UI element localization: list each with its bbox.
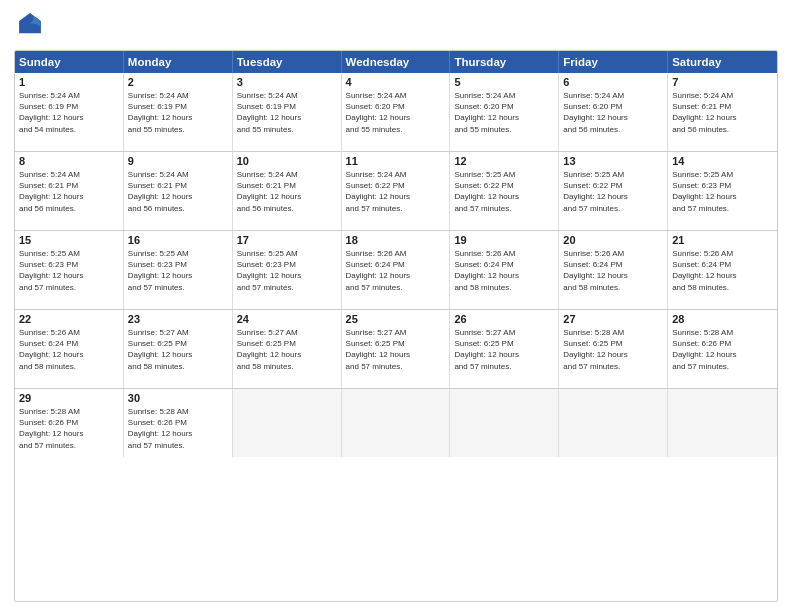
day-info: Sunrise: 5:25 AM Sunset: 6:22 PM Dayligh… — [563, 169, 663, 214]
cal-cell: 9Sunrise: 5:24 AM Sunset: 6:21 PM Daylig… — [124, 152, 233, 230]
day-number: 13 — [563, 155, 663, 167]
day-info: Sunrise: 5:24 AM Sunset: 6:20 PM Dayligh… — [346, 90, 446, 135]
cal-cell: 29Sunrise: 5:28 AM Sunset: 6:26 PM Dayli… — [15, 389, 124, 457]
cal-cell: 10Sunrise: 5:24 AM Sunset: 6:21 PM Dayli… — [233, 152, 342, 230]
cal-cell: 4Sunrise: 5:24 AM Sunset: 6:20 PM Daylig… — [342, 73, 451, 151]
calendar-row-1: 1Sunrise: 5:24 AM Sunset: 6:19 PM Daylig… — [15, 73, 777, 152]
day-number: 15 — [19, 234, 119, 246]
cal-cell: 19Sunrise: 5:26 AM Sunset: 6:24 PM Dayli… — [450, 231, 559, 309]
day-info: Sunrise: 5:27 AM Sunset: 6:25 PM Dayligh… — [454, 327, 554, 372]
day-info: Sunrise: 5:26 AM Sunset: 6:24 PM Dayligh… — [19, 327, 119, 372]
day-info: Sunrise: 5:27 AM Sunset: 6:25 PM Dayligh… — [346, 327, 446, 372]
cal-cell: 17Sunrise: 5:25 AM Sunset: 6:23 PM Dayli… — [233, 231, 342, 309]
day-number: 25 — [346, 313, 446, 325]
cal-cell: 14Sunrise: 5:25 AM Sunset: 6:23 PM Dayli… — [668, 152, 777, 230]
day-info: Sunrise: 5:28 AM Sunset: 6:26 PM Dayligh… — [128, 406, 228, 451]
day-number: 7 — [672, 76, 773, 88]
day-info: Sunrise: 5:24 AM Sunset: 6:20 PM Dayligh… — [563, 90, 663, 135]
day-number: 28 — [672, 313, 773, 325]
calendar-row-2: 8Sunrise: 5:24 AM Sunset: 6:21 PM Daylig… — [15, 152, 777, 231]
cal-cell: 22Sunrise: 5:26 AM Sunset: 6:24 PM Dayli… — [15, 310, 124, 388]
day-info: Sunrise: 5:27 AM Sunset: 6:25 PM Dayligh… — [237, 327, 337, 372]
day-info: Sunrise: 5:26 AM Sunset: 6:24 PM Dayligh… — [346, 248, 446, 293]
calendar-row-5: 29Sunrise: 5:28 AM Sunset: 6:26 PM Dayli… — [15, 389, 777, 457]
day-info: Sunrise: 5:25 AM Sunset: 6:23 PM Dayligh… — [128, 248, 228, 293]
cal-cell — [342, 389, 451, 457]
cal-cell — [450, 389, 559, 457]
header-day-wednesday: Wednesday — [342, 51, 451, 73]
day-info: Sunrise: 5:24 AM Sunset: 6:19 PM Dayligh… — [128, 90, 228, 135]
day-number: 30 — [128, 392, 228, 404]
header-day-thursday: Thursday — [450, 51, 559, 73]
day-number: 9 — [128, 155, 228, 167]
day-number: 10 — [237, 155, 337, 167]
cal-cell — [559, 389, 668, 457]
day-number: 23 — [128, 313, 228, 325]
cal-cell: 13Sunrise: 5:25 AM Sunset: 6:22 PM Dayli… — [559, 152, 668, 230]
day-number: 5 — [454, 76, 554, 88]
header-day-sunday: Sunday — [15, 51, 124, 73]
page: SundayMondayTuesdayWednesdayThursdayFrid… — [0, 0, 792, 612]
cal-cell — [668, 389, 777, 457]
day-info: Sunrise: 5:28 AM Sunset: 6:26 PM Dayligh… — [672, 327, 773, 372]
cal-cell: 15Sunrise: 5:25 AM Sunset: 6:23 PM Dayli… — [15, 231, 124, 309]
header-day-tuesday: Tuesday — [233, 51, 342, 73]
calendar: SundayMondayTuesdayWednesdayThursdayFrid… — [14, 50, 778, 602]
day-info: Sunrise: 5:26 AM Sunset: 6:24 PM Dayligh… — [454, 248, 554, 293]
header-day-monday: Monday — [124, 51, 233, 73]
day-number: 19 — [454, 234, 554, 246]
cal-cell: 27Sunrise: 5:28 AM Sunset: 6:25 PM Dayli… — [559, 310, 668, 388]
day-number: 6 — [563, 76, 663, 88]
calendar-header: SundayMondayTuesdayWednesdayThursdayFrid… — [15, 51, 777, 73]
cal-cell: 3Sunrise: 5:24 AM Sunset: 6:19 PM Daylig… — [233, 73, 342, 151]
cal-cell: 21Sunrise: 5:26 AM Sunset: 6:24 PM Dayli… — [668, 231, 777, 309]
day-number: 24 — [237, 313, 337, 325]
logo — [14, 10, 44, 42]
day-number: 3 — [237, 76, 337, 88]
day-info: Sunrise: 5:24 AM Sunset: 6:21 PM Dayligh… — [672, 90, 773, 135]
cal-cell: 24Sunrise: 5:27 AM Sunset: 6:25 PM Dayli… — [233, 310, 342, 388]
day-info: Sunrise: 5:24 AM Sunset: 6:22 PM Dayligh… — [346, 169, 446, 214]
cal-cell: 6Sunrise: 5:24 AM Sunset: 6:20 PM Daylig… — [559, 73, 668, 151]
day-info: Sunrise: 5:28 AM Sunset: 6:26 PM Dayligh… — [19, 406, 119, 451]
cal-cell: 30Sunrise: 5:28 AM Sunset: 6:26 PM Dayli… — [124, 389, 233, 457]
day-info: Sunrise: 5:28 AM Sunset: 6:25 PM Dayligh… — [563, 327, 663, 372]
cal-cell: 20Sunrise: 5:26 AM Sunset: 6:24 PM Dayli… — [559, 231, 668, 309]
day-number: 12 — [454, 155, 554, 167]
day-info: Sunrise: 5:24 AM Sunset: 6:20 PM Dayligh… — [454, 90, 554, 135]
day-number: 16 — [128, 234, 228, 246]
header — [14, 10, 778, 42]
cal-cell: 25Sunrise: 5:27 AM Sunset: 6:25 PM Dayli… — [342, 310, 451, 388]
day-number: 2 — [128, 76, 228, 88]
day-number: 17 — [237, 234, 337, 246]
header-day-saturday: Saturday — [668, 51, 777, 73]
day-info: Sunrise: 5:25 AM Sunset: 6:23 PM Dayligh… — [237, 248, 337, 293]
cal-cell: 11Sunrise: 5:24 AM Sunset: 6:22 PM Dayli… — [342, 152, 451, 230]
cal-cell: 12Sunrise: 5:25 AM Sunset: 6:22 PM Dayli… — [450, 152, 559, 230]
cal-cell: 23Sunrise: 5:27 AM Sunset: 6:25 PM Dayli… — [124, 310, 233, 388]
day-number: 4 — [346, 76, 446, 88]
cal-cell: 16Sunrise: 5:25 AM Sunset: 6:23 PM Dayli… — [124, 231, 233, 309]
cal-cell: 26Sunrise: 5:27 AM Sunset: 6:25 PM Dayli… — [450, 310, 559, 388]
day-number: 1 — [19, 76, 119, 88]
day-info: Sunrise: 5:24 AM Sunset: 6:19 PM Dayligh… — [19, 90, 119, 135]
cal-cell: 28Sunrise: 5:28 AM Sunset: 6:26 PM Dayli… — [668, 310, 777, 388]
day-number: 27 — [563, 313, 663, 325]
day-number: 26 — [454, 313, 554, 325]
cal-cell: 8Sunrise: 5:24 AM Sunset: 6:21 PM Daylig… — [15, 152, 124, 230]
day-number: 11 — [346, 155, 446, 167]
calendar-row-3: 15Sunrise: 5:25 AM Sunset: 6:23 PM Dayli… — [15, 231, 777, 310]
cal-cell: 18Sunrise: 5:26 AM Sunset: 6:24 PM Dayli… — [342, 231, 451, 309]
calendar-body: 1Sunrise: 5:24 AM Sunset: 6:19 PM Daylig… — [15, 73, 777, 457]
calendar-row-4: 22Sunrise: 5:26 AM Sunset: 6:24 PM Dayli… — [15, 310, 777, 389]
day-info: Sunrise: 5:24 AM Sunset: 6:19 PM Dayligh… — [237, 90, 337, 135]
day-info: Sunrise: 5:25 AM Sunset: 6:22 PM Dayligh… — [454, 169, 554, 214]
day-info: Sunrise: 5:26 AM Sunset: 6:24 PM Dayligh… — [563, 248, 663, 293]
day-info: Sunrise: 5:24 AM Sunset: 6:21 PM Dayligh… — [19, 169, 119, 214]
day-info: Sunrise: 5:25 AM Sunset: 6:23 PM Dayligh… — [672, 169, 773, 214]
cal-cell: 5Sunrise: 5:24 AM Sunset: 6:20 PM Daylig… — [450, 73, 559, 151]
day-info: Sunrise: 5:26 AM Sunset: 6:24 PM Dayligh… — [672, 248, 773, 293]
day-number: 14 — [672, 155, 773, 167]
cal-cell: 2Sunrise: 5:24 AM Sunset: 6:19 PM Daylig… — [124, 73, 233, 151]
day-number: 18 — [346, 234, 446, 246]
